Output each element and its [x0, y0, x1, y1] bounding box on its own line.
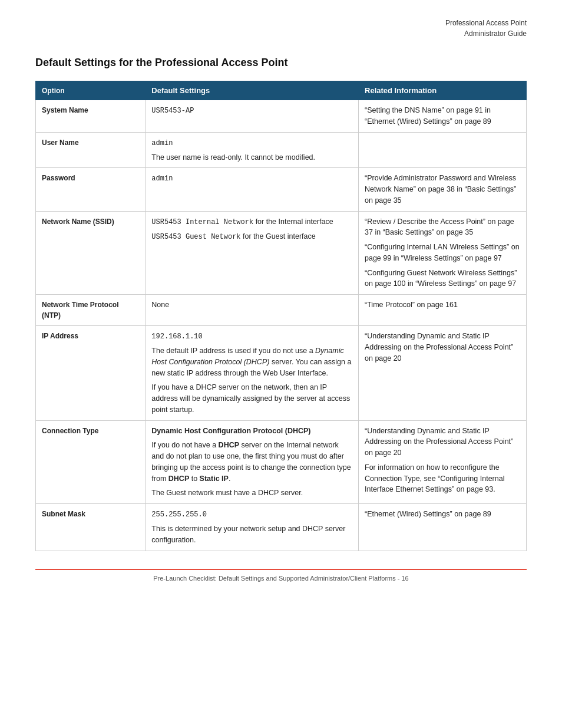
option-cell: Network Name (SSID) — [36, 211, 146, 295]
default-cell: USR5453 Internal Network for the Interna… — [146, 211, 359, 295]
col-header-option: Option — [36, 81, 146, 100]
related-cell: “Ethernet (Wired) Settings” on page 89 — [359, 504, 527, 551]
option-cell: IP Address — [36, 326, 146, 421]
page-title: Default Settings for the Professional Ac… — [35, 57, 527, 69]
default-cell: 192.168.1.10The default IP address is us… — [146, 326, 359, 421]
table-row: Passwordadmin“Provide Administrator Pass… — [36, 168, 527, 211]
default-cell: None — [146, 295, 359, 326]
related-cell: “Understanding Dynamic and Static IP Add… — [359, 326, 527, 421]
table-row: User NameadminThe user name is read-only… — [36, 132, 527, 168]
option-cell: Network Time Protocol (NTP) — [36, 295, 146, 326]
option-cell: Connection Type — [36, 420, 146, 504]
option-cell: System Name — [36, 100, 146, 133]
option-cell: User Name — [36, 132, 146, 168]
related-cell — [359, 132, 527, 168]
option-cell: Subnet Mask — [36, 504, 146, 551]
table-row: System NameUSR5453-AP“Setting the DNS Na… — [36, 100, 527, 133]
related-cell: “Review / Describe the Access Point” on … — [359, 211, 527, 295]
col-header-default: Default Settings — [146, 81, 359, 100]
footer-text: Pre-Launch Checklist: Default Settings a… — [153, 575, 409, 582]
header-line1: Professional Access Point — [445, 19, 527, 27]
related-cell: “Understanding Dynamic and Static IP Add… — [359, 420, 527, 504]
table-row: Connection TypeDynamic Host Configuratio… — [36, 420, 527, 504]
default-cell: USR5453-AP — [146, 100, 359, 133]
related-cell: “Setting the DNS Name” on page 91 in “Et… — [359, 100, 527, 133]
table-row: Network Name (SSID)USR5453 Internal Netw… — [36, 211, 527, 295]
option-cell: Password — [36, 168, 146, 211]
related-cell: “Time Protocol” on page 161 — [359, 295, 527, 326]
default-cell: 255.255.255.0This is determined by your … — [146, 504, 359, 551]
default-cell: admin — [146, 168, 359, 211]
related-cell: “Provide Administrator Password and Wire… — [359, 168, 527, 211]
default-cell: Dynamic Host Configuration Protocol (DHC… — [146, 420, 359, 504]
settings-table: Option Default Settings Related Informat… — [35, 81, 527, 551]
page-header: Professional Access Point Administrator … — [35, 18, 527, 39]
default-cell: adminThe user name is read-only. It cann… — [146, 132, 359, 168]
col-header-related: Related Information — [359, 81, 527, 100]
page-footer: Pre-Launch Checklist: Default Settings a… — [35, 569, 527, 582]
table-row: Network Time Protocol (NTP)None“Time Pro… — [36, 295, 527, 326]
table-row: Subnet Mask255.255.255.0This is determin… — [36, 504, 527, 551]
header-line2: Administrator Guide — [464, 29, 527, 38]
table-row: IP Address192.168.1.10The default IP add… — [36, 326, 527, 421]
